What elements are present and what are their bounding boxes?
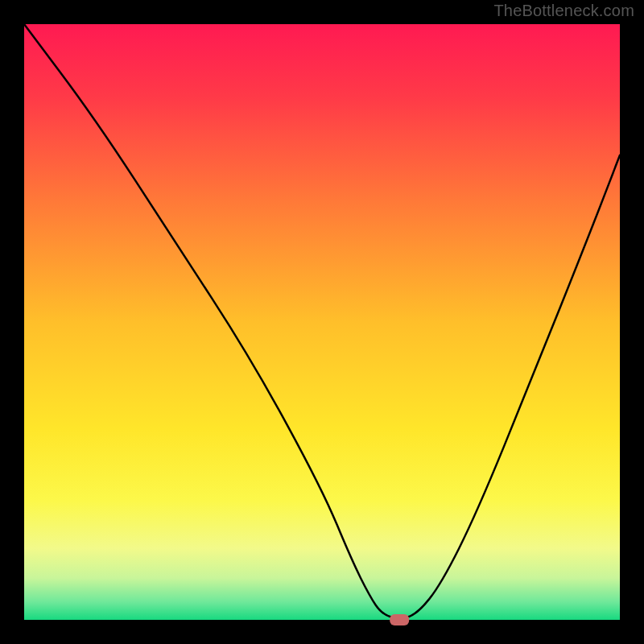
bottleneck-chart (0, 0, 644, 644)
optimal-marker (390, 614, 409, 625)
watermark-text: TheBottleneck.com (493, 2, 634, 20)
plot-background (24, 24, 620, 620)
chart-container: TheBottleneck.com (0, 0, 644, 644)
